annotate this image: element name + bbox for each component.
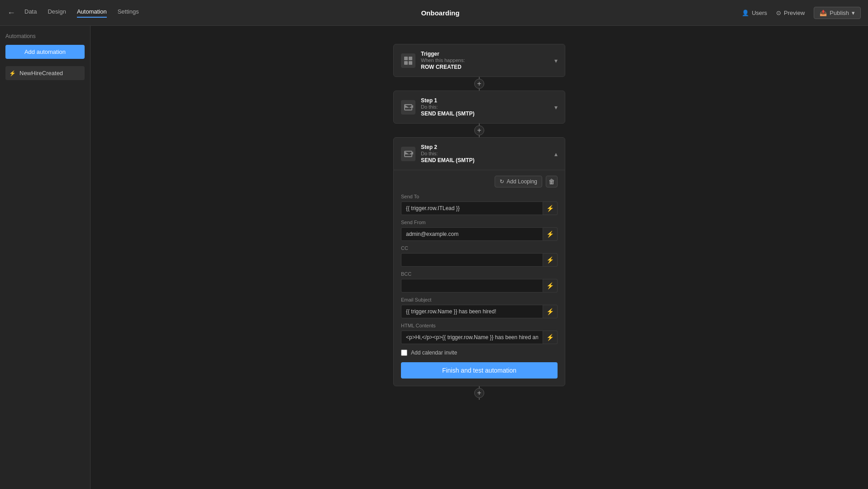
publish-icon: 📤 bbox=[820, 10, 827, 16]
preview-action[interactable]: ⊙ Preview bbox=[776, 10, 805, 16]
flow-container: Trigger When this happens: ROW CREATED ▾… bbox=[393, 44, 565, 400]
email-subject-row: ⚡ bbox=[401, 305, 558, 318]
back-button[interactable]: ← bbox=[7, 8, 15, 18]
right-actions: 👤 Users ⊙ Preview 📤 Publish ▾ bbox=[742, 7, 861, 19]
html-contents-row: ⚡ bbox=[401, 331, 558, 344]
step1-card-info: Step 1 Do this: SEND EMAIL (SMTP) bbox=[421, 97, 551, 117]
sidebar-title: Automations bbox=[5, 33, 85, 39]
add-looping-label: Add Looping bbox=[507, 178, 537, 185]
calendar-invite-label[interactable]: Add calendar invite bbox=[411, 350, 457, 356]
trigger-card-info: Trigger When this happens: ROW CREATED bbox=[421, 51, 551, 70]
send-from-dynamic-button[interactable]: ⚡ bbox=[543, 227, 558, 241]
nav-automation[interactable]: Automation bbox=[77, 8, 107, 18]
html-contents-field: HTML Contents ⚡ bbox=[401, 323, 558, 344]
send-to-dynamic-button[interactable]: ⚡ bbox=[543, 201, 558, 215]
cc-label: CC bbox=[401, 245, 558, 251]
users-label: Users bbox=[752, 10, 767, 16]
cc-field: CC ⚡ bbox=[401, 245, 558, 267]
send-from-field: Send From ⚡ bbox=[401, 220, 558, 241]
bottom-connector: + bbox=[479, 386, 480, 400]
email-subject-label: Email Subject bbox=[401, 297, 558, 302]
nav-design[interactable]: Design bbox=[48, 8, 66, 18]
automation-item-label: NewHireCreated bbox=[19, 70, 63, 77]
publish-label: Publish bbox=[830, 10, 849, 16]
send-from-row: ⚡ bbox=[401, 227, 558, 241]
step2-card-icon bbox=[401, 147, 415, 161]
bcc-label: BCC bbox=[401, 271, 558, 277]
html-contents-label: HTML Contents bbox=[401, 323, 558, 328]
connector-2: + bbox=[479, 124, 480, 137]
step1-card-header[interactable]: Step 1 Do this: SEND EMAIL (SMTP) ▾ bbox=[394, 91, 565, 123]
nav-settings[interactable]: Settings bbox=[118, 8, 139, 18]
step1-card: Step 1 Do this: SEND EMAIL (SMTP) ▾ bbox=[393, 91, 565, 124]
grid-icon bbox=[404, 57, 412, 65]
lightning-icon: ⚡ bbox=[9, 70, 16, 77]
html-contents-input[interactable] bbox=[401, 331, 543, 344]
add-looping-button[interactable]: ↻ Add Looping bbox=[495, 176, 542, 187]
users-action[interactable]: 👤 Users bbox=[742, 10, 767, 16]
step2-card-title: Step 2 bbox=[421, 144, 551, 150]
preview-icon: ⊙ bbox=[776, 10, 781, 16]
add-step-button-3[interactable]: + bbox=[474, 388, 484, 398]
page-title: Onboarding bbox=[139, 9, 742, 17]
cc-input[interactable] bbox=[401, 253, 543, 267]
send-from-input[interactable] bbox=[401, 227, 543, 241]
preview-label: Preview bbox=[784, 10, 805, 16]
send-to-row: ⚡ bbox=[401, 201, 558, 215]
main-layout: Automations Add automation ⚡ NewHireCrea… bbox=[0, 26, 868, 489]
content-area: Trigger When this happens: ROW CREATED ▾… bbox=[91, 26, 868, 489]
bcc-input[interactable] bbox=[401, 279, 543, 292]
bcc-row: ⚡ bbox=[401, 279, 558, 292]
send-to-field: Send To ⚡ bbox=[401, 194, 558, 215]
card-actions-row: ↻ Add Looping 🗑 bbox=[401, 176, 558, 187]
cc-dynamic-button[interactable]: ⚡ bbox=[543, 253, 558, 267]
nav-links: Data Design Automation Settings bbox=[24, 8, 139, 18]
chevron-down-icon: ▾ bbox=[852, 10, 855, 16]
step2-card-body: ↻ Add Looping 🗑 Send To ⚡ bbox=[394, 170, 565, 386]
mail-icon-1 bbox=[404, 104, 412, 110]
cc-row: ⚡ bbox=[401, 253, 558, 267]
sidebar: Automations Add automation ⚡ NewHireCrea… bbox=[0, 26, 91, 489]
delete-button[interactable]: 🗑 bbox=[546, 176, 558, 187]
step1-card-value: SEND EMAIL (SMTP) bbox=[421, 110, 551, 117]
add-step-button-2[interactable]: + bbox=[474, 125, 484, 135]
send-to-input[interactable] bbox=[401, 201, 543, 215]
trigger-card: Trigger When this happens: ROW CREATED ▾ bbox=[393, 44, 565, 77]
publish-button[interactable]: 📤 Publish ▾ bbox=[814, 7, 861, 19]
email-subject-dynamic-button[interactable]: ⚡ bbox=[543, 305, 558, 318]
step2-card-subtitle: Do this: bbox=[421, 151, 551, 156]
step2-card: Step 2 Do this: SEND EMAIL (SMTP) ▴ ↻ Ad… bbox=[393, 137, 565, 386]
step1-card-title: Step 1 bbox=[421, 97, 551, 104]
add-step-button-1[interactable]: + bbox=[474, 79, 484, 89]
top-nav: ← Data Design Automation Settings Onboar… bbox=[0, 0, 868, 26]
mail-icon-2 bbox=[404, 151, 412, 157]
step1-card-icon bbox=[401, 100, 415, 115]
step2-card-value: SEND EMAIL (SMTP) bbox=[421, 157, 551, 163]
send-from-label: Send From bbox=[401, 220, 558, 225]
connector-1: + bbox=[479, 77, 480, 91]
trigger-card-header[interactable]: Trigger When this happens: ROW CREATED ▾ bbox=[394, 44, 565, 77]
step1-chevron-icon: ▾ bbox=[554, 104, 558, 111]
step2-card-info: Step 2 Do this: SEND EMAIL (SMTP) bbox=[421, 144, 551, 163]
email-subject-input[interactable] bbox=[401, 305, 543, 318]
step2-chevron-icon: ▴ bbox=[554, 150, 558, 158]
add-automation-button[interactable]: Add automation bbox=[5, 45, 85, 59]
sidebar-item-newhirecreated[interactable]: ⚡ NewHireCreated bbox=[5, 66, 85, 80]
trigger-chevron-icon: ▾ bbox=[554, 57, 558, 64]
html-contents-dynamic-button[interactable]: ⚡ bbox=[543, 331, 558, 344]
email-subject-field: Email Subject ⚡ bbox=[401, 297, 558, 318]
step2-card-header[interactable]: Step 2 Do this: SEND EMAIL (SMTP) ▴ bbox=[394, 138, 565, 170]
trigger-card-icon bbox=[401, 53, 415, 68]
users-icon: 👤 bbox=[742, 10, 749, 16]
calendar-invite-checkbox[interactable] bbox=[401, 350, 407, 356]
trigger-card-title: Trigger bbox=[421, 51, 551, 57]
trigger-card-subtitle: When this happens: bbox=[421, 58, 551, 63]
finish-automation-button[interactable]: Finish and test automation bbox=[401, 362, 558, 379]
send-to-label: Send To bbox=[401, 194, 558, 199]
trigger-card-value: ROW CREATED bbox=[421, 64, 551, 70]
nav-data[interactable]: Data bbox=[24, 8, 37, 18]
looping-icon: ↻ bbox=[500, 178, 504, 185]
bcc-field: BCC ⚡ bbox=[401, 271, 558, 292]
step1-card-subtitle: Do this: bbox=[421, 104, 551, 110]
bcc-dynamic-button[interactable]: ⚡ bbox=[543, 279, 558, 292]
